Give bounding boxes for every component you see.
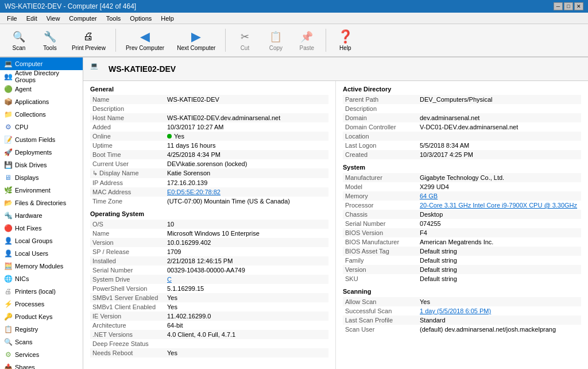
row-value: 4/25/2018 4:34 PM (165, 150, 328, 159)
row-label: IP Address (90, 178, 165, 187)
row-value: Yes (417, 297, 581, 306)
main-area: 💻 Computer 👥 Active Directory Groups 🟢 A… (0, 57, 588, 369)
table-row: Needs RebootYes (90, 348, 328, 358)
row-value: Yes (165, 348, 328, 358)
close-button[interactable]: ✕ (574, 2, 583, 10)
row-value: WS-KATIE02-DEV.dev.adminarsenal.net (165, 113, 328, 122)
row-value (417, 132, 581, 141)
sidebar-item-custom-fields[interactable]: 📝 Custom Fields (0, 133, 83, 146)
row-value[interactable]: 20-Core 3.31 GHz Intel Core i9-7900X CPU… (417, 201, 581, 210)
sidebar-label-processes: Processes (15, 301, 44, 308)
registry-icon: 📋 (3, 325, 13, 334)
table-row: SP / Release1709 (90, 247, 328, 256)
scan-icon: 🔍 (12, 30, 26, 44)
sidebar-item-ad-groups[interactable]: 👥 Active Directory Groups (0, 70, 83, 83)
sidebar-item-deployments[interactable]: 🚀 Deployments (0, 146, 83, 159)
next-computer-button[interactable]: ▶ Next Computer (172, 26, 220, 55)
sidebar-item-files-dirs[interactable]: 📂 Files & Directories (0, 197, 83, 209)
row-value[interactable]: E0:D5:5E:20:78:82 (165, 187, 328, 197)
table-row: ManufacturerGigabyte Technology Co., Ltd… (343, 173, 581, 182)
paste-button[interactable]: 📌 Paste (292, 26, 321, 55)
nics-icon: 🌐 (3, 274, 13, 283)
sidebar-item-computer[interactable]: 💻 Computer (0, 57, 83, 70)
row-label: Processor (343, 201, 417, 210)
row-label: Family (343, 256, 417, 265)
row-value: Yes (165, 302, 328, 312)
table-row: NameWS-KATIE02-DEV (90, 95, 328, 104)
restore-button[interactable]: □ (564, 2, 573, 10)
link-value[interactable]: 1 day (5/5/2018 6:05 PM) (420, 308, 491, 314)
menu-tools[interactable]: Tools (102, 14, 126, 23)
services-icon: ⚙ (3, 350, 13, 359)
tools-button[interactable]: 🔧 Tools (36, 26, 64, 55)
content-header-icon: 💻 (90, 62, 104, 76)
link-value[interactable]: E0:D5:5E:20:78:82 (167, 189, 220, 195)
menu-computer[interactable]: Computer (64, 14, 101, 23)
sidebar-item-local-users[interactable]: 👤 Local Users (0, 247, 83, 260)
row-label: Last Logon (343, 141, 417, 150)
copy-button[interactable]: 📋 Copy (261, 26, 290, 55)
print-icon: 🖨 (82, 30, 95, 44)
row-value: DEV_Computers/Physical (417, 95, 581, 104)
link-value[interactable]: 64 GB (420, 193, 438, 199)
sidebar-item-cpu[interactable]: ⚙ CPU (0, 121, 83, 133)
sidebar: 💻 Computer 👥 Active Directory Groups 🟢 A… (0, 57, 83, 369)
print-preview-button[interactable]: 🖨 Print Preview (67, 26, 111, 55)
sidebar-item-memory-modules[interactable]: 🧮 Memory Modules (0, 260, 83, 272)
sidebar-item-hot-fixes[interactable]: 🔴 Hot Fixes (0, 222, 83, 235)
sidebar-item-collections[interactable]: 📁 Collections (0, 108, 83, 121)
cut-button[interactable]: ✂ Cut (230, 26, 259, 55)
sidebar-label-registry: Registry (15, 326, 38, 333)
prev-computer-button[interactable]: ◀ Prev Computer (121, 26, 169, 55)
help-button[interactable]: ❓ Help (331, 26, 359, 55)
files-dirs-icon: 📂 (3, 198, 13, 207)
row-value: 4.0 Client, 4.0 Full, 4.7.1 (165, 330, 328, 339)
sidebar-item-hardware[interactable]: 🔩 Hardware (0, 209, 83, 222)
menu-view[interactable]: View (42, 14, 65, 23)
table-row: OnlineYes (90, 132, 328, 141)
menu-edit[interactable]: Edit (22, 14, 42, 23)
row-label: Successful Scan (343, 306, 417, 316)
sidebar-item-processes[interactable]: ⚡ Processes (0, 298, 83, 310)
sidebar-label-collections: Collections (15, 111, 46, 118)
scan-button[interactable]: 🔍 Scan (5, 26, 33, 55)
table-row: Memory64 GB (343, 191, 581, 201)
sidebar-item-agent[interactable]: 🟢 Agent (0, 83, 83, 95)
minimize-button[interactable]: ─ (554, 2, 563, 10)
menu-help[interactable]: Help (156, 14, 179, 23)
sidebar-item-printers[interactable]: 🖨 Printers (local) (0, 285, 83, 298)
row-value[interactable]: 1 day (5/5/2018 6:05 PM) (417, 306, 581, 316)
sidebar-item-environment[interactable]: 🌿 Environment (0, 184, 83, 197)
row-label: Version (343, 265, 417, 274)
sidebar-item-displays[interactable]: 🖥 Displays (0, 171, 83, 184)
link-value[interactable]: C (167, 276, 172, 283)
toolbar: 🔍 Scan 🔧 Tools 🖨 Print Preview ◀ Prev Co… (0, 24, 588, 57)
copy-icon: 📋 (269, 30, 283, 44)
sidebar-item-product-keys[interactable]: 🔑 Product Keys (0, 310, 83, 323)
menu-options[interactable]: Options (125, 14, 156, 23)
sidebar-item-shares[interactable]: 📤 Shares (0, 361, 83, 369)
sidebar-label-shares: Shares (15, 364, 35, 369)
row-value (417, 104, 581, 113)
row-value[interactable]: 64 GB (417, 191, 581, 201)
sidebar-item-registry[interactable]: 📋 Registry (0, 323, 83, 336)
row-label: Host Name (90, 113, 165, 122)
sidebar-item-applications[interactable]: 📦 Applications (0, 95, 83, 108)
sidebar-item-services[interactable]: ⚙ Services (0, 348, 83, 361)
sidebar-item-scans[interactable]: 🔍 Scans (0, 336, 83, 348)
sidebar-label-files-dirs: Files & Directories (15, 199, 66, 206)
sidebar-item-local-groups[interactable]: 👤 Local Groups (0, 235, 83, 247)
sidebar-label-scans: Scans (15, 339, 33, 345)
menu-file[interactable]: File (2, 14, 22, 23)
sidebar-label-ad-groups: Active Directory Groups (15, 70, 79, 83)
sidebar-item-disk-drives[interactable]: 💾 Disk Drives (0, 159, 83, 171)
row-label: Domain Controller (343, 122, 417, 132)
row-label: Allow Scan (343, 297, 417, 306)
ad-groups-icon: 👥 (3, 72, 13, 81)
table-row: Host NameWS-KATIE02-DEV.dev.adminarsenal… (90, 113, 328, 122)
row-value: dev.adminarsenal.net (417, 113, 581, 122)
sidebar-item-nics[interactable]: 🌐 NICs (0, 272, 83, 285)
row-value[interactable]: C (165, 275, 328, 284)
row-value: X299 UD4 (417, 182, 581, 191)
link-value[interactable]: 20-Core 3.31 GHz Intel Core i9-7900X CPU… (420, 202, 577, 209)
